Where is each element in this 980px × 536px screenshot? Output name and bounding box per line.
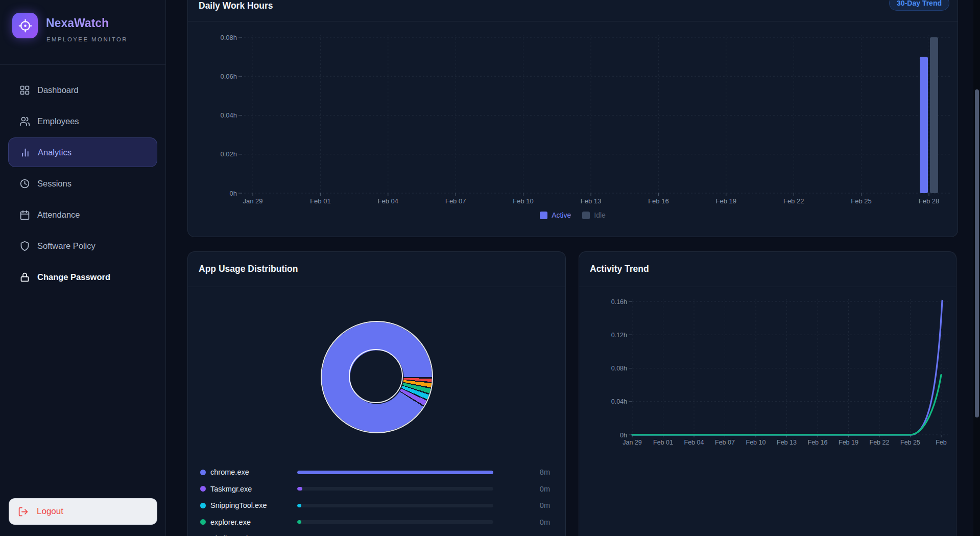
app-subtitle: EMPLOYEE MONITOR: [46, 36, 128, 42]
axis-tick-label: Feb 19: [716, 197, 736, 205]
sidebar-item-label: Software Policy: [37, 241, 95, 251]
axis-tick-label: Feb 04: [684, 439, 704, 446]
app-usage-bar-track: [297, 520, 493, 524]
axis-tick-label: 0h: [620, 432, 627, 439]
app-usage-bar-track: [297, 487, 493, 491]
legend-item-active[interactable]: Active: [540, 211, 571, 219]
sidebar-item-change-password[interactable]: Change Password: [8, 262, 157, 292]
bar-active[interactable]: [920, 57, 928, 193]
sidebar: NexaWatch EMPLOYEE MONITOR DashboardEmpl…: [0, 0, 166, 536]
axis-tick-label: Feb 01: [310, 197, 330, 205]
donut-ring: [322, 322, 432, 432]
sidebar-item-sessions[interactable]: Sessions: [8, 169, 157, 198]
app-usage-bar-fill: [297, 520, 301, 524]
app-usage-bar-fill: [297, 471, 493, 474]
legend-swatch: [540, 212, 547, 219]
trend-line-green: [632, 375, 941, 435]
axis-tick-label: Feb: [936, 439, 947, 446]
sidebar-item-employees[interactable]: Employees: [8, 106, 157, 136]
axis-tick-label: Feb 19: [839, 439, 858, 446]
axis-tick-label: Feb 01: [653, 439, 673, 446]
sidebar-item-attendance[interactable]: Attendance: [8, 200, 157, 229]
axis-tick-label: 0.08h: [220, 34, 237, 41]
app-name: chrome.exe: [210, 468, 249, 476]
sidebar-item-label: Dashboard: [37, 85, 79, 95]
axis-tick-label: Feb 25: [900, 439, 920, 446]
axis-tick-label: 0.06h: [220, 73, 237, 80]
legend-label: Idle: [594, 211, 606, 219]
app-usage-donut-chart: [322, 322, 432, 432]
app-usage-bar-track: [297, 471, 493, 474]
axis-tick-label: Feb 22: [870, 439, 890, 446]
axis-tick-label: 0.02h: [220, 150, 237, 158]
app-color-dot: [200, 486, 206, 492]
app-color-dot: [200, 470, 206, 475]
brand-block: NexaWatch EMPLOYEE MONITOR: [0, 0, 165, 65]
app-usage-value: 8m: [540, 468, 550, 476]
daily-work-hours-bar-chart: 0h0.02h0.04h0.06h0.08hJan 29Feb 01Feb 04…: [188, 0, 959, 207]
sidebar-item-label: Employees: [37, 116, 79, 126]
calendar-icon: [19, 209, 30, 220]
trend-line-indigo: [632, 300, 942, 435]
sidebar-item-label: Analytics: [38, 148, 71, 157]
app-usage-row: chrome.exe8m: [188, 467, 565, 478]
app-usage-row: Taskmgr.exe0m: [188, 483, 565, 495]
activity-trend-line-chart: 0h0.04h0.08h0.12h0.16hJan 29Feb 01Feb 04…: [579, 252, 957, 456]
sidebar-item-label: Sessions: [37, 179, 71, 189]
sidebar-item-software-policy[interactable]: Software Policy: [8, 231, 157, 261]
logout-icon: [18, 506, 29, 517]
app-usage-card: App Usage Distribution chrome.exe8mTaskm…: [187, 251, 566, 536]
app-color-dot: [200, 503, 206, 508]
grid-icon: [19, 85, 30, 96]
axis-tick-label: Feb 07: [715, 439, 735, 446]
page-scrollbar-thumb[interactable]: [975, 89, 979, 417]
logout-button[interactable]: Logout: [9, 498, 157, 525]
axis-tick-label: Feb 10: [746, 439, 766, 446]
axis-tick-label: Feb 13: [777, 439, 797, 446]
shield-icon: [19, 241, 30, 251]
clock-icon: [19, 178, 30, 189]
page-scrollbar-track[interactable]: [973, 0, 980, 536]
axis-tick-label: 0.04h: [220, 111, 237, 119]
axis-tick-label: Jan 29: [623, 439, 642, 446]
app-name: Taskmgr.exe: [210, 485, 252, 493]
app-usage-bar-fill: [297, 504, 301, 507]
axis-tick-label: 0.16h: [611, 298, 627, 306]
app-usage-bar-fill: [297, 487, 302, 491]
bar-idle[interactable]: [930, 37, 938, 193]
legend-item-idle[interactable]: Idle: [582, 211, 606, 219]
axis-tick-label: Jan 29: [243, 197, 262, 205]
axis-tick-label: Feb 28: [919, 197, 939, 205]
sidebar-item-analytics[interactable]: Analytics: [8, 137, 157, 167]
app-usage-row: ShellExperienceHost.exe: [188, 533, 565, 536]
axis-tick-label: Feb 10: [513, 197, 533, 205]
daily-work-hours-card: Daily Work Hours 30-Day Trend 0h0.02h0.0…: [187, 0, 958, 237]
app-usage-row: explorer.exe0m: [188, 517, 565, 528]
logout-label: Logout: [37, 506, 63, 517]
app-usage-value: 0m: [540, 501, 550, 509]
axis-tick-label: Feb 04: [378, 197, 398, 205]
app-usage-value: 0m: [540, 485, 550, 493]
axis-tick-label: Feb 16: [808, 439, 828, 446]
app-usage-row: SnippingTool.exe0m: [188, 500, 565, 511]
app-usage-value: 0m: [540, 518, 550, 526]
sidebar-item-dashboard[interactable]: Dashboard: [8, 75, 157, 105]
app-color-dot: [200, 519, 206, 525]
app-usage-bar-track: [297, 504, 493, 507]
axis-tick-label: 0.04h: [611, 398, 627, 405]
app-name: SnippingTool.exe: [210, 501, 267, 509]
axis-tick-label: Feb 13: [581, 197, 601, 205]
app-title: NexaWatch: [46, 16, 109, 30]
apps-card-title: App Usage Distribution: [199, 264, 298, 274]
axis-tick-label: 0.08h: [611, 365, 627, 372]
activity-trend-card: Activity Trend 0h0.04h0.08h0.12h0.16hJan…: [579, 251, 957, 536]
axis-tick-label: Feb 16: [648, 197, 668, 205]
app-name: explorer.exe: [210, 518, 251, 526]
bar-chart-icon: [20, 147, 31, 158]
app-logo: [12, 13, 38, 38]
axis-tick-label: Feb 22: [783, 197, 804, 205]
users-icon: [19, 116, 30, 127]
axis-tick-label: 0h: [230, 190, 237, 197]
sidebar-item-label: Attendance: [37, 210, 80, 220]
sidebar-nav: DashboardEmployeesAnalyticsSessionsAtten…: [0, 74, 165, 293]
